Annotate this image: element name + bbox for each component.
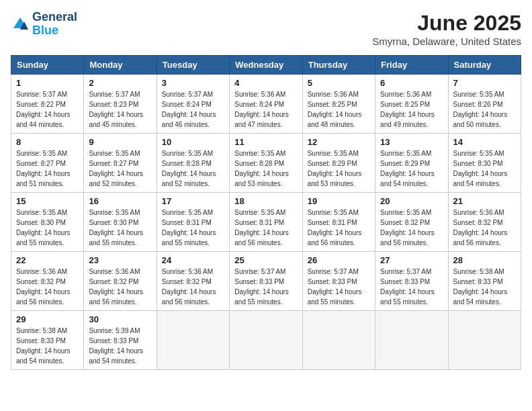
day-number: 19 (308, 196, 370, 206)
day-number: 17 (162, 196, 224, 206)
day-cell: 30Sunrise: 5:39 AM Sunset: 8:33 PM Dayli… (84, 311, 157, 370)
column-header-monday: Monday (84, 56, 157, 75)
day-cell: 22Sunrise: 5:36 AM Sunset: 8:32 PM Dayli… (11, 252, 84, 311)
week-row-1: 1Sunrise: 5:37 AM Sunset: 8:22 PM Daylig… (11, 75, 521, 134)
logo-text: General Blue (32, 11, 77, 38)
column-header-wednesday: Wednesday (230, 56, 302, 75)
week-row-5: 29Sunrise: 5:38 AM Sunset: 8:33 PM Dayli… (11, 311, 521, 370)
day-cell: 2Sunrise: 5:37 AM Sunset: 8:23 PM Daylig… (84, 75, 157, 134)
week-row-2: 8Sunrise: 5:35 AM Sunset: 8:27 PM Daylig… (11, 134, 521, 193)
day-number: 13 (380, 137, 443, 147)
day-number: 3 (162, 78, 224, 88)
logo-icon (11, 15, 30, 34)
day-cell: 18Sunrise: 5:35 AM Sunset: 8:31 PM Dayli… (230, 193, 302, 252)
day-info: Sunrise: 5:35 AM Sunset: 8:31 PM Dayligh… (162, 208, 224, 248)
day-cell: 25Sunrise: 5:37 AM Sunset: 8:33 PM Dayli… (230, 252, 302, 311)
day-cell: 4Sunrise: 5:36 AM Sunset: 8:24 PM Daylig… (230, 75, 302, 134)
column-header-friday: Friday (375, 56, 448, 75)
week-row-4: 22Sunrise: 5:36 AM Sunset: 8:32 PM Dayli… (11, 252, 521, 311)
day-cell: 27Sunrise: 5:37 AM Sunset: 8:33 PM Dayli… (375, 252, 448, 311)
location: Smyrna, Delaware, United States (372, 36, 521, 47)
day-number: 2 (89, 78, 151, 88)
day-cell: 14Sunrise: 5:35 AM Sunset: 8:30 PM Dayli… (448, 134, 521, 193)
day-cell: 16Sunrise: 5:35 AM Sunset: 8:30 PM Dayli… (84, 193, 157, 252)
day-cell (302, 311, 375, 370)
day-info: Sunrise: 5:35 AM Sunset: 8:30 PM Dayligh… (16, 208, 79, 248)
day-number: 22 (16, 255, 79, 265)
day-info: Sunrise: 5:35 AM Sunset: 8:28 PM Dayligh… (234, 148, 297, 189)
day-cell: 24Sunrise: 5:36 AM Sunset: 8:32 PM Dayli… (157, 252, 229, 311)
day-info: Sunrise: 5:35 AM Sunset: 8:32 PM Dayligh… (380, 208, 443, 248)
day-cell: 10Sunrise: 5:35 AM Sunset: 8:28 PM Dayli… (157, 134, 229, 193)
day-info: Sunrise: 5:35 AM Sunset: 8:30 PM Dayligh… (89, 208, 151, 248)
day-info: Sunrise: 5:35 AM Sunset: 8:28 PM Dayligh… (162, 148, 224, 189)
day-info: Sunrise: 5:39 AM Sunset: 8:33 PM Dayligh… (89, 326, 151, 366)
day-number: 21 (453, 196, 516, 206)
title-block: June 2025 Smyrna, Delaware, United State… (372, 11, 521, 47)
day-number: 6 (380, 78, 443, 88)
day-cell: 19Sunrise: 5:35 AM Sunset: 8:31 PM Dayli… (302, 193, 375, 252)
day-number: 20 (380, 196, 443, 206)
day-info: Sunrise: 5:36 AM Sunset: 8:32 PM Dayligh… (16, 267, 79, 307)
column-header-sunday: Sunday (11, 56, 84, 75)
day-cell: 8Sunrise: 5:35 AM Sunset: 8:27 PM Daylig… (11, 134, 84, 193)
day-cell: 21Sunrise: 5:36 AM Sunset: 8:32 PM Dayli… (448, 193, 521, 252)
day-cell (230, 311, 302, 370)
day-number: 1 (16, 78, 79, 88)
day-cell: 15Sunrise: 5:35 AM Sunset: 8:30 PM Dayli… (11, 193, 84, 252)
day-info: Sunrise: 5:37 AM Sunset: 8:33 PM Dayligh… (380, 267, 443, 307)
day-number: 7 (453, 78, 516, 88)
day-cell: 17Sunrise: 5:35 AM Sunset: 8:31 PM Dayli… (157, 193, 229, 252)
day-info: Sunrise: 5:36 AM Sunset: 8:25 PM Dayligh… (308, 89, 370, 130)
day-info: Sunrise: 5:36 AM Sunset: 8:32 PM Dayligh… (89, 267, 151, 307)
day-info: Sunrise: 5:37 AM Sunset: 8:33 PM Dayligh… (308, 267, 370, 307)
day-info: Sunrise: 5:35 AM Sunset: 8:29 PM Dayligh… (380, 148, 443, 189)
logo: General Blue (11, 11, 77, 38)
day-info: Sunrise: 5:38 AM Sunset: 8:33 PM Dayligh… (16, 326, 79, 366)
month-title: June 2025 (372, 11, 521, 36)
day-cell: 23Sunrise: 5:36 AM Sunset: 8:32 PM Dayli… (84, 252, 157, 311)
day-number: 4 (234, 78, 297, 88)
day-info: Sunrise: 5:36 AM Sunset: 8:24 PM Dayligh… (234, 89, 297, 130)
day-number: 26 (308, 255, 370, 265)
day-cell (375, 311, 448, 370)
day-number: 24 (162, 255, 224, 265)
day-cell: 3Sunrise: 5:37 AM Sunset: 8:24 PM Daylig… (157, 75, 229, 134)
day-number: 5 (308, 78, 370, 88)
day-number: 27 (380, 255, 443, 265)
day-number: 10 (162, 137, 224, 147)
calendar-header-row: SundayMondayTuesdayWednesdayThursdayFrid… (11, 56, 521, 75)
day-number: 23 (89, 255, 151, 265)
day-info: Sunrise: 5:37 AM Sunset: 8:24 PM Dayligh… (162, 89, 224, 130)
day-cell: 1Sunrise: 5:37 AM Sunset: 8:22 PM Daylig… (11, 75, 84, 134)
day-info: Sunrise: 5:38 AM Sunset: 8:33 PM Dayligh… (453, 267, 516, 307)
week-row-3: 15Sunrise: 5:35 AM Sunset: 8:30 PM Dayli… (11, 193, 521, 252)
day-number: 30 (89, 314, 151, 324)
calendar-table: SundayMondayTuesdayWednesdayThursdayFrid… (11, 55, 521, 370)
day-info: Sunrise: 5:35 AM Sunset: 8:29 PM Dayligh… (308, 148, 370, 189)
day-info: Sunrise: 5:35 AM Sunset: 8:27 PM Dayligh… (89, 148, 151, 189)
day-number: 29 (16, 314, 79, 324)
day-cell: 29Sunrise: 5:38 AM Sunset: 8:33 PM Dayli… (11, 311, 84, 370)
day-info: Sunrise: 5:35 AM Sunset: 8:30 PM Dayligh… (453, 148, 516, 189)
day-cell: 9Sunrise: 5:35 AM Sunset: 8:27 PM Daylig… (84, 134, 157, 193)
day-cell: 12Sunrise: 5:35 AM Sunset: 8:29 PM Dayli… (302, 134, 375, 193)
day-number: 12 (308, 137, 370, 147)
day-cell: 7Sunrise: 5:35 AM Sunset: 8:26 PM Daylig… (448, 75, 521, 134)
day-info: Sunrise: 5:37 AM Sunset: 8:33 PM Dayligh… (234, 267, 297, 307)
day-info: Sunrise: 5:35 AM Sunset: 8:26 PM Dayligh… (453, 89, 516, 130)
day-info: Sunrise: 5:35 AM Sunset: 8:31 PM Dayligh… (308, 208, 370, 248)
day-number: 25 (234, 255, 297, 265)
day-cell: 13Sunrise: 5:35 AM Sunset: 8:29 PM Dayli… (375, 134, 448, 193)
day-cell (448, 311, 521, 370)
day-number: 18 (234, 196, 297, 206)
day-number: 8 (16, 137, 79, 147)
day-cell: 6Sunrise: 5:36 AM Sunset: 8:25 PM Daylig… (375, 75, 448, 134)
day-info: Sunrise: 5:35 AM Sunset: 8:31 PM Dayligh… (234, 208, 297, 248)
page-header: General Blue June 2025 Smyrna, Delaware,… (11, 11, 521, 47)
day-info: Sunrise: 5:36 AM Sunset: 8:32 PM Dayligh… (162, 267, 224, 307)
column-header-thursday: Thursday (302, 56, 375, 75)
day-number: 28 (453, 255, 516, 265)
day-cell: 20Sunrise: 5:35 AM Sunset: 8:32 PM Dayli… (375, 193, 448, 252)
day-number: 9 (89, 137, 151, 147)
